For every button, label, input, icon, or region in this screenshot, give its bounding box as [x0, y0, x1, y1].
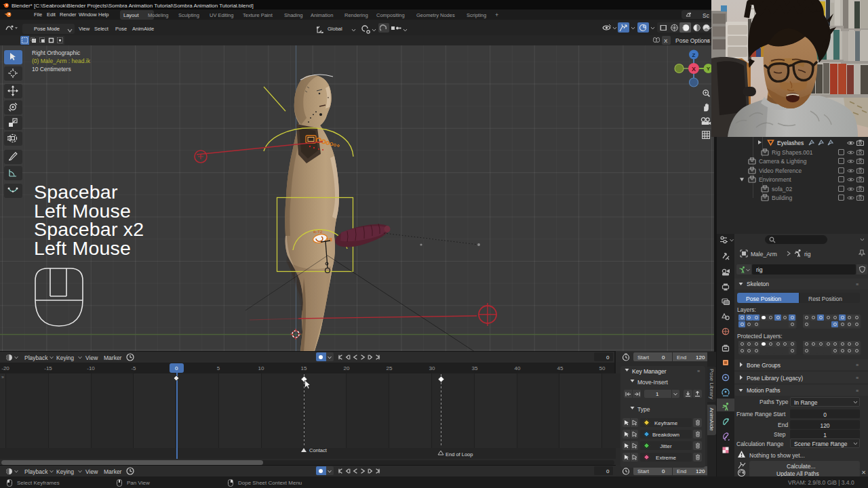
svg-text:Y: Y: [707, 66, 711, 72]
svg-text:ik-T2: ik-T2: [313, 230, 323, 234]
svg-text:18: 18: [326, 237, 332, 243]
svg-text:X: X: [692, 66, 696, 73]
svg-text:Z: Z: [692, 52, 696, 58]
